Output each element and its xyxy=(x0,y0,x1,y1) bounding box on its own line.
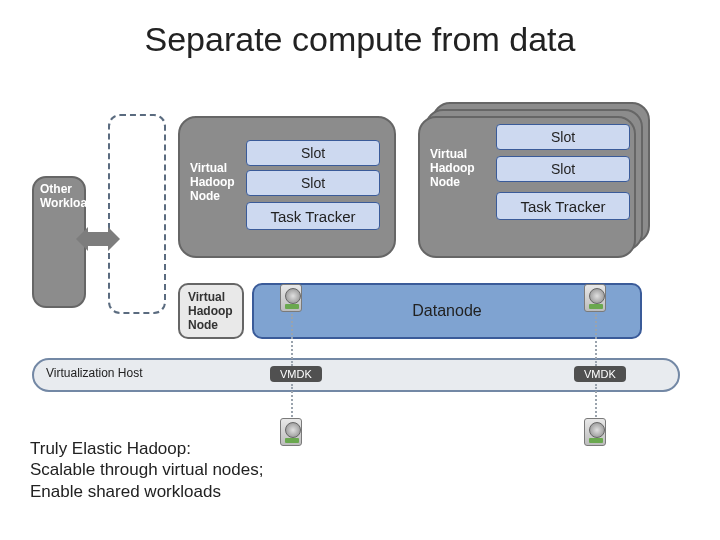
disk-icon xyxy=(584,418,606,446)
blurb-line-2: Scalable through virtual nodes; xyxy=(30,459,263,480)
vmdk-badge: VMDK xyxy=(574,366,626,382)
compute-node-right: Virtual Hadoop Node Slot Slot Task Track… xyxy=(418,116,636,258)
vmdk-badge: VMDK xyxy=(270,366,322,382)
disk-icon xyxy=(280,418,302,446)
disk-icon xyxy=(584,284,606,312)
blurb-line-3: Enable shared workloads xyxy=(30,481,263,502)
description-text: Truly Elastic Hadoop: Scalable through v… xyxy=(30,438,263,502)
virtual-hadoop-node-label: Virtual Hadoop Node xyxy=(190,162,234,203)
task-tracker-box: Task Tracker xyxy=(246,202,380,230)
slot-box: Slot xyxy=(496,156,630,182)
task-tracker-box: Task Tracker xyxy=(496,192,630,220)
dotted-link xyxy=(291,314,293,366)
dotted-link xyxy=(291,384,293,420)
other-workload-label: Other Workload xyxy=(40,182,90,211)
virtual-node-placeholder xyxy=(108,114,166,314)
datanode-label: Datanode xyxy=(412,302,481,320)
blurb-line-1: Truly Elastic Hadoop: xyxy=(30,438,263,459)
datanode-vhn-box: Virtual Hadoop Node xyxy=(178,283,244,339)
virtual-hadoop-node-label: Virtual Hadoop Node xyxy=(188,291,236,332)
disk-icon xyxy=(280,284,302,312)
virtual-hadoop-node-label: Virtual Hadoop Node xyxy=(430,148,474,189)
slot-box: Slot xyxy=(496,124,630,150)
compute-node-left: Virtual Hadoop Node Slot Slot Task Track… xyxy=(178,116,396,258)
virtualization-host-label: Virtualization Host xyxy=(46,366,143,380)
dotted-link xyxy=(595,384,597,420)
page-title: Separate compute from data xyxy=(0,20,720,59)
swap-arrow-icon xyxy=(88,232,108,246)
slot-box: Slot xyxy=(246,170,380,196)
slot-box: Slot xyxy=(246,140,380,166)
dotted-link xyxy=(595,314,597,366)
